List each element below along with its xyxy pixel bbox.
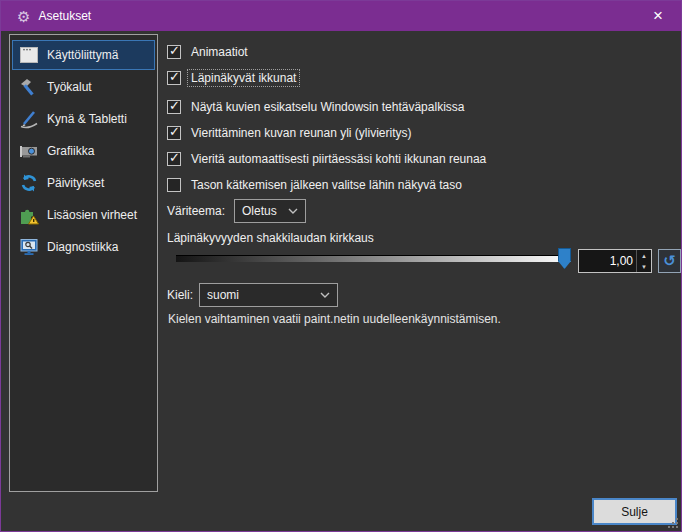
checkbox-icon: ✓ (167, 71, 181, 85)
spinner-up-icon[interactable]: ▲ (637, 250, 651, 261)
sidebar-item-diagnostics[interactable]: Diagnostiikka (12, 232, 155, 262)
sidebar-item-label: Lisäosien virheet (47, 208, 137, 222)
sidebar-item-updates[interactable]: Päivitykset (12, 168, 155, 198)
titlebar: ⚙ Asetukset × (1, 1, 681, 31)
theme-dropdown-value: Oletus (242, 204, 288, 218)
checkbox-icon: ✓ (167, 100, 181, 114)
settings-dialog: ⚙ Asetukset × Käyttöliittymä Työkalut Ky… (0, 0, 682, 532)
refresh-icon (17, 172, 41, 194)
sidebar-item-pen-tablet[interactable]: Kynä & Tabletti (12, 104, 155, 134)
language-restart-note: Kielen vaihtaminen vaatii paint.netin uu… (168, 312, 501, 326)
window-title: Asetukset (38, 9, 91, 23)
checkbox-select-nearest-layer[interactable]: ✓ Tason kätkemisen jälkeen valitse lähin… (167, 176, 465, 194)
sidebar-item-label: Grafiikka (47, 144, 94, 158)
undo-icon: ↺ (663, 252, 676, 270)
sidebar-item-label: Diagnostiikka (47, 240, 118, 254)
brightness-slider-thumb[interactable] (558, 248, 571, 269)
settings-gear-icon: ⚙ (17, 9, 30, 24)
checkbox-label: Tason kätkemisen jälkeen valitse lähin n… (188, 177, 465, 193)
checkbox-label: Vieritä automaattisesti piirtäessäsi koh… (188, 151, 489, 167)
sidebar-item-label: Työkalut (47, 80, 92, 94)
sidebar-item-graphics[interactable]: Grafiikka (12, 136, 155, 166)
settings-category-list: Käyttöliittymä Työkalut Kynä & Tabletti … (9, 34, 158, 492)
spinner-down-icon[interactable]: ▼ (637, 261, 651, 272)
language-dropdown[interactable]: suomi (199, 283, 338, 307)
sidebar-item-label: Kynä & Tabletti (47, 112, 127, 126)
checkbox-label: Läpinäkyvät ikkunat (188, 70, 299, 86)
pen-tablet-icon (17, 108, 41, 130)
chevron-down-icon (320, 292, 330, 298)
sidebar-item-tools[interactable]: Työkalut (12, 72, 155, 102)
window-icon (17, 44, 41, 66)
theme-dropdown[interactable]: Oletus (234, 199, 306, 223)
checkbox-overscroll[interactable]: ✓ Vierittäminen kuvan reunan yli (ylivie… (167, 124, 415, 142)
checkbox-label: Animaatiot (188, 44, 251, 60)
sidebar-item-plugin-errors[interactable]: Lisäosien virheet (12, 200, 155, 230)
value-spinner: ▲ ▼ (636, 250, 651, 272)
chevron-down-icon (288, 208, 298, 214)
theme-label: Väriteema: (167, 204, 225, 218)
diagnostics-icon (17, 236, 41, 258)
checkbox-icon: ✓ (167, 178, 181, 192)
language-label: Kieli: (167, 288, 193, 302)
checkbox-translucent-windows[interactable]: ✓ Läpinäkyvät ikkunat (167, 69, 299, 87)
resize-grip[interactable] (667, 517, 678, 528)
checkbox-icon: ✓ (167, 126, 181, 140)
sidebar-item-label: Päivitykset (47, 176, 104, 190)
graphics-card-icon (17, 140, 41, 162)
checkerboard-brightness-label: Läpinäkyvyyden shakkilaudan kirkkaus (167, 231, 374, 245)
hammer-icon (17, 76, 41, 98)
brightness-value: 1,00 (579, 250, 636, 272)
close-dialog-button[interactable]: Sulje (592, 498, 677, 525)
language-dropdown-value: suomi (207, 288, 320, 302)
checkbox-label: Vierittäminen kuvan reunan yli (ylivieri… (188, 125, 415, 141)
sidebar-item-label: Käyttöliittymä (47, 48, 118, 62)
brightness-value-input[interactable]: 1,00 ▲ ▼ (578, 249, 652, 273)
checkbox-label: Näytä kuvien esikatselu Windowsin tehtäv… (188, 99, 467, 115)
checkbox-autoscroll-drawing[interactable]: ✓ Vieritä automaattisesti piirtäessäsi k… (167, 150, 489, 168)
sidebar-item-ui[interactable]: Käyttöliittymä (12, 40, 155, 70)
reset-brightness-button[interactable]: ↺ (658, 249, 681, 273)
checkbox-icon: ✓ (167, 45, 181, 59)
plugin-warning-icon (17, 204, 41, 226)
window-close-button[interactable]: × (635, 1, 681, 31)
checkbox-taskbar-previews[interactable]: ✓ Näytä kuvien esikatselu Windowsin teht… (167, 98, 467, 116)
brightness-slider-track[interactable] (176, 255, 571, 262)
checkbox-icon: ✓ (167, 152, 181, 166)
checkbox-animations[interactable]: ✓ Animaatiot (167, 43, 251, 61)
